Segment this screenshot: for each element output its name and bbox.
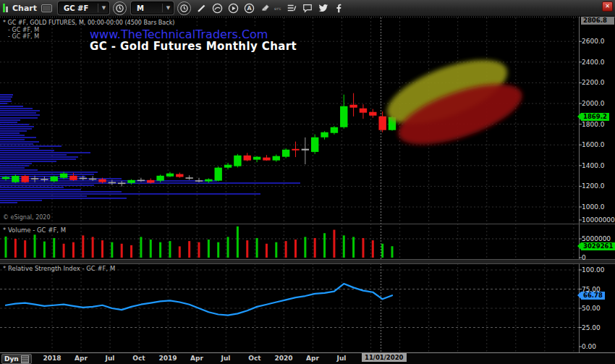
candle[interactable] <box>118 183 125 185</box>
candle[interactable] <box>234 156 241 166</box>
candle[interactable] <box>369 112 376 116</box>
news-list-button[interactable] <box>286 3 297 14</box>
chart-window: Chart GC #F ▼ M ▼ A er <box>0 0 615 364</box>
volume-bar <box>266 244 268 258</box>
eraser-button[interactable] <box>260 3 271 14</box>
volume-bar <box>14 239 17 258</box>
candle[interactable] <box>2 177 9 179</box>
candle[interactable] <box>360 109 367 113</box>
candle[interactable] <box>349 105 357 108</box>
volume-bar <box>323 233 326 258</box>
chart-canvas[interactable] <box>0 0 615 364</box>
tiny-toolbar-label: ers <box>274 6 281 11</box>
time-tick-label: Jul <box>337 355 347 362</box>
candle[interactable] <box>60 174 67 178</box>
candle[interactable] <box>166 174 174 177</box>
volume-bar <box>362 238 364 258</box>
candle[interactable] <box>205 179 212 182</box>
candle[interactable] <box>292 149 299 151</box>
close-button[interactable]: ✕ <box>602 1 613 12</box>
volume-bar <box>53 238 55 258</box>
volume-bar <box>179 246 181 258</box>
volume-bar <box>92 237 94 258</box>
interval-select[interactable]: M ▼ <box>131 1 174 14</box>
pencil-icon <box>197 4 206 13</box>
candle[interactable] <box>195 180 203 182</box>
chevron-down-icon[interactable]: ▼ <box>162 4 170 12</box>
volume-bar <box>314 238 316 258</box>
volume-bar <box>24 240 26 258</box>
candle[interactable] <box>244 156 251 161</box>
candle[interactable] <box>311 137 318 152</box>
candle[interactable] <box>69 176 77 180</box>
candle[interactable] <box>51 177 58 182</box>
candle[interactable] <box>340 106 347 127</box>
candle[interactable] <box>215 168 222 181</box>
candle[interactable] <box>224 165 232 168</box>
clock-icon <box>180 4 188 12</box>
chevron-down-icon[interactable]: ▼ <box>98 4 106 12</box>
volume-bar <box>34 234 36 258</box>
clock-button[interactable] <box>177 1 191 15</box>
volume-bar <box>130 245 132 258</box>
volume-tick-label: 0 <box>582 254 586 261</box>
candle[interactable] <box>263 158 270 161</box>
candle[interactable] <box>147 180 154 183</box>
price-tick-label: 2400.0 <box>582 59 605 66</box>
chat-button[interactable] <box>302 3 313 14</box>
candle[interactable] <box>253 157 260 160</box>
volume-bar <box>82 235 84 258</box>
candle[interactable] <box>321 132 328 137</box>
play-tool-button[interactable] <box>228 3 239 14</box>
pane-divider[interactable] <box>0 259 615 264</box>
candle[interactable] <box>331 127 338 133</box>
volume-bar <box>333 230 335 258</box>
candle[interactable] <box>273 156 280 161</box>
facebook-button[interactable] <box>334 3 344 14</box>
volume-bar <box>63 244 65 258</box>
pencil-tool-button[interactable] <box>196 3 207 14</box>
candle[interactable] <box>22 176 29 182</box>
time-interval-button[interactable] <box>113 1 127 15</box>
chart-tab[interactable]: Chart <box>11 4 38 13</box>
volume-bar <box>256 238 258 258</box>
volume-bar <box>150 240 152 258</box>
candle[interactable] <box>137 180 145 182</box>
candle[interactable] <box>156 176 164 181</box>
candle[interactable] <box>89 179 96 180</box>
pane-divider[interactable] <box>0 224 615 224</box>
candle[interactable] <box>176 174 183 177</box>
date-badge: 11/01/2020 <box>362 353 407 362</box>
volume-tick-label: 10000000 <box>582 216 615 224</box>
candle[interactable] <box>109 182 116 184</box>
volume-bar <box>101 240 103 258</box>
curve-tool-icon <box>212 3 223 14</box>
twitter-button[interactable] <box>318 3 328 14</box>
scale-top-label: 2806.8 <box>581 17 614 25</box>
candle[interactable] <box>378 117 386 130</box>
svg-text:A: A <box>247 5 252 12</box>
auto-trendline-button[interactable]: A <box>244 3 255 14</box>
dyn-button[interactable]: Dyn <box>1 354 32 364</box>
rsi-tick-label: 100.00 <box>582 266 605 274</box>
candle[interactable] <box>302 149 309 151</box>
volume-bar <box>43 242 46 258</box>
symbol-input[interactable]: GC #F ▼ <box>58 1 109 14</box>
candle[interactable] <box>80 178 87 179</box>
price-tick-label: 1800.0 <box>582 121 605 128</box>
candle[interactable] <box>185 177 192 179</box>
candle[interactable] <box>127 180 135 183</box>
candle[interactable] <box>12 176 19 182</box>
time-tick-label: Apr <box>306 355 319 362</box>
candle[interactable] <box>98 179 106 182</box>
candle[interactable] <box>31 178 38 179</box>
curve-tool-button[interactable] <box>212 3 223 14</box>
symbol-value: GC #F <box>64 4 88 12</box>
volume-bar <box>246 240 248 258</box>
price-tick-label: 1400.0 <box>582 162 605 169</box>
volume-bar <box>121 244 123 258</box>
candle[interactable] <box>282 150 289 157</box>
price-tick-label: 1000.0 <box>582 203 605 211</box>
time-tick-label: Oct <box>248 355 260 362</box>
candle[interactable] <box>41 179 48 180</box>
